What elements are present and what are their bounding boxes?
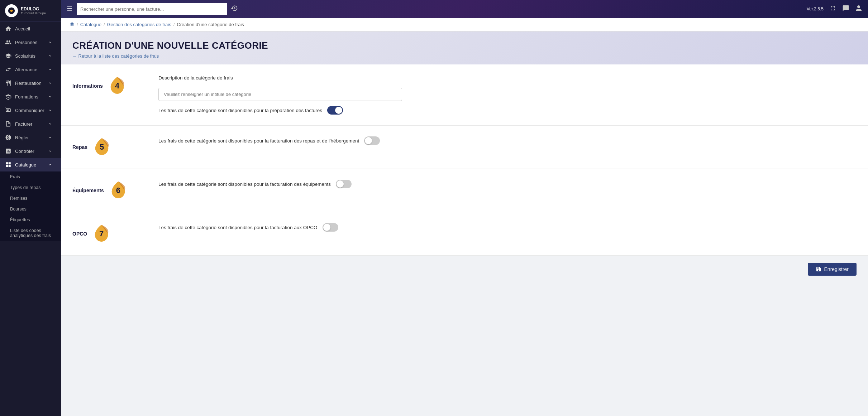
chat-icon[interactable] bbox=[842, 5, 849, 14]
toggle-label-repas: Les frais de cette catégorie sont dispon… bbox=[158, 138, 359, 144]
sidebar-item-personnes[interactable]: Personnes bbox=[0, 35, 61, 49]
step-number-5: 5 bbox=[100, 142, 104, 152]
submenu-codes-analytiques[interactable]: Liste des codes analytiques des frais bbox=[0, 225, 61, 241]
sidebar-label-restauration: Restauration bbox=[15, 81, 48, 86]
category-description-input[interactable] bbox=[158, 88, 402, 101]
toggle-repas[interactable] bbox=[364, 136, 380, 145]
breadcrumb-gestion[interactable]: Gestion des categories de frais bbox=[107, 22, 171, 27]
toggle-row-opco: Les frais de cette catégorie sont dispon… bbox=[158, 223, 857, 232]
step-number-4: 4 bbox=[115, 81, 119, 91]
toggle-repas-slider bbox=[364, 136, 380, 145]
logo-text-block: EDULOG Turboself Groupe bbox=[21, 6, 46, 15]
sidebar-label-formations: Formations bbox=[15, 94, 48, 100]
back-link[interactable]: ← Retour à la liste des catégories de fr… bbox=[72, 53, 159, 59]
sidebar-label-alternance: Alternance bbox=[15, 67, 48, 72]
sidebar-item-controler[interactable]: Contrôler bbox=[0, 144, 61, 158]
content-area: / Catalogue / Gestion des categories de … bbox=[61, 18, 868, 416]
toggle-factures-slider bbox=[327, 106, 343, 115]
topbar-right: Ver.2.5.5 bbox=[807, 5, 862, 14]
sidebar-label-accueil: Accueil bbox=[15, 26, 56, 32]
equipements-fields: Les frais de cette catégorie sont dispon… bbox=[158, 180, 857, 188]
toggle-label-opco: Les frais de cette catégorie sont dispon… bbox=[158, 225, 318, 230]
page-title: CRÉATION D'UNE NOUVELLE CATÉGORIE bbox=[72, 40, 857, 51]
sidebar-item-catalogue[interactable]: Catalogue bbox=[0, 158, 61, 171]
section-informations-left: Informations 4 bbox=[72, 75, 144, 97]
toggle-factures[interactable] bbox=[327, 106, 343, 115]
sidebar-item-communiquer[interactable]: Communiquer bbox=[0, 103, 61, 117]
step-number-7: 7 bbox=[99, 229, 104, 238]
breadcrumb-current: Création d'une catégorie de frais bbox=[177, 22, 244, 27]
section-repas: Repas 5 Les frais de cette catégorie son… bbox=[61, 126, 868, 169]
toggle-label-factures: Les frais de cette catégorie sont dispon… bbox=[158, 108, 322, 113]
sidebar-item-formations[interactable]: Formations bbox=[0, 90, 61, 103]
catalogue-submenu: Frais Types de repas Remises Bourses Éti… bbox=[0, 171, 61, 241]
section-informations: Informations 4 Description de la catégor… bbox=[61, 64, 868, 126]
toggle-opco-slider bbox=[323, 223, 338, 232]
sidebar-label-catalogue: Catalogue bbox=[15, 162, 48, 168]
step-icon-4: 4 bbox=[106, 75, 128, 97]
sidebar-item-regler[interactable]: Régler bbox=[0, 131, 61, 144]
section-opco-label: OPCO bbox=[72, 231, 87, 237]
section-equipements-left: Équipements 6 bbox=[72, 180, 144, 201]
user-icon[interactable] bbox=[855, 5, 862, 14]
sidebar-label-communiquer: Communiquer bbox=[15, 108, 48, 113]
step-icon-6: 6 bbox=[108, 180, 129, 201]
sidebar-item-scolarites[interactable]: Scolarités bbox=[0, 49, 61, 63]
sidebar-item-facturer[interactable]: Facturer bbox=[0, 117, 61, 131]
search-input[interactable] bbox=[80, 6, 224, 12]
sidebar-nav: Accueil Personnes Scolarités Alternance … bbox=[0, 22, 61, 416]
section-opco-left: OPCO 7 bbox=[72, 223, 144, 245]
section-equipements-label: Équipements bbox=[72, 188, 104, 193]
main-wrapper: ☰ Ver.2.5.5 / Catalog bbox=[61, 0, 868, 416]
breadcrumb-home-icon[interactable] bbox=[70, 21, 75, 28]
sidebar-label-personnes: Personnes bbox=[15, 40, 48, 45]
submenu-etiquettes[interactable]: Étiquettes bbox=[0, 214, 61, 225]
sidebar-label-scolarites: Scolarités bbox=[15, 53, 48, 59]
toggle-equipements-slider bbox=[336, 180, 352, 188]
submenu-types-repas[interactable]: Types de repas bbox=[0, 182, 61, 193]
step-icon-5: 5 bbox=[91, 136, 113, 158]
submenu-remises[interactable]: Remises bbox=[0, 193, 61, 204]
logo-subtitle: Turboself Groupe bbox=[21, 11, 46, 15]
sidebar-label-regler: Régler bbox=[15, 135, 48, 140]
opco-fields: Les frais de cette catégorie sont dispon… bbox=[158, 223, 857, 232]
form-content: Informations 4 Description de la catégor… bbox=[61, 64, 868, 256]
search-bar bbox=[77, 3, 227, 15]
history-button[interactable] bbox=[231, 5, 238, 13]
topbar: ☰ Ver.2.5.5 bbox=[61, 0, 868, 18]
submenu-bourses[interactable]: Bourses bbox=[0, 204, 61, 214]
section-repas-left: Repas 5 bbox=[72, 136, 144, 158]
field-description-label: Description de la catégorie de frais bbox=[158, 75, 857, 81]
expand-icon[interactable] bbox=[829, 5, 836, 14]
toggle-row-equipements: Les frais de cette catégorie sont dispon… bbox=[158, 180, 857, 188]
sidebar-label-facturer: Facturer bbox=[15, 121, 48, 127]
form-footer: Enregistrer bbox=[61, 256, 868, 283]
toggle-opco[interactable] bbox=[323, 223, 338, 232]
sidebar-item-restauration[interactable]: Restauration bbox=[0, 76, 61, 90]
toggle-row-factures: Les frais de cette catégorie sont dispon… bbox=[158, 106, 857, 115]
toggle-row-repas: Les frais de cette catégorie sont dispon… bbox=[158, 136, 857, 145]
section-opco: OPCO 7 Les frais de cette catégorie sont… bbox=[61, 212, 868, 256]
sidebar: EDULOG Turboself Groupe Accueil Personne… bbox=[0, 0, 61, 416]
version-text: Ver.2.5.5 bbox=[807, 6, 824, 11]
submenu-frais[interactable]: Frais bbox=[0, 171, 61, 182]
sidebar-label-controler: Contrôler bbox=[15, 149, 48, 154]
hamburger-button[interactable]: ☰ bbox=[67, 5, 72, 13]
save-button[interactable]: Enregistrer bbox=[808, 263, 857, 276]
breadcrumb: / Catalogue / Gestion des categories de … bbox=[61, 18, 868, 32]
step-icon-7: 7 bbox=[91, 223, 112, 245]
toggle-equipements[interactable] bbox=[336, 180, 352, 188]
logo-name: EDULOG bbox=[21, 6, 46, 11]
section-informations-label: Informations bbox=[72, 83, 103, 89]
page-header: CRÉATION D'UNE NOUVELLE CATÉGORIE ← Reto… bbox=[61, 32, 868, 64]
step-number-6: 6 bbox=[116, 186, 120, 195]
logo-area: EDULOG Turboself Groupe bbox=[0, 0, 61, 22]
sidebar-item-alternance[interactable]: Alternance bbox=[0, 63, 61, 76]
repas-fields: Les frais de cette catégorie sont dispon… bbox=[158, 136, 857, 145]
section-equipements: Équipements 6 Les frais de cette catégor… bbox=[61, 169, 868, 212]
breadcrumb-catalogue[interactable]: Catalogue bbox=[80, 22, 101, 27]
logo-icon bbox=[5, 4, 18, 17]
section-repas-label: Repas bbox=[72, 144, 87, 150]
save-button-label: Enregistrer bbox=[824, 266, 849, 272]
sidebar-item-accueil[interactable]: Accueil bbox=[0, 22, 61, 35]
